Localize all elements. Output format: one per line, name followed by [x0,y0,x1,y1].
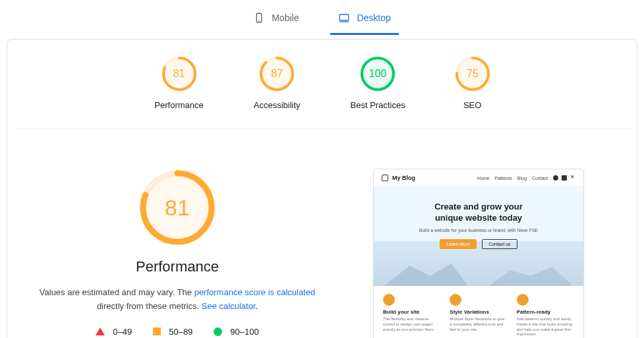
feature-icon [450,294,461,306]
site-screenshot-preview: My Blog Home Patterns Blog Contact Creat… [373,169,584,338]
gauge-ring: 81 [162,57,196,91]
tab-mobile[interactable]: Mobile [245,7,307,35]
feature-title: Style Variations [450,309,507,315]
triangle-icon [96,327,105,335]
score-gauges: 81 Performance 87 Accessibility 100 Best… [14,55,630,129]
preview-mountains-illustration [374,253,583,286]
preview-social-icons [553,175,575,181]
legend-bad: 0–49 [96,327,132,337]
preview-feature: Style VariationsMultiple Style Variation… [450,294,507,337]
report-card: 81 Performance 87 Accessibility 100 Best… [7,39,637,338]
gauge-ring: 87 [260,57,294,91]
feature-desc: Add patterns quickly and easily create a… [517,317,574,337]
performance-score-value: 81 [138,169,216,246]
performance-description: Values are estimated and may vary. The p… [39,286,316,314]
tab-label: Desktop [357,13,390,23]
gauge-accessibility[interactable]: 87 Accessibility [254,57,301,110]
desktop-icon [338,12,350,24]
legend-avg: 50–89 [153,327,192,337]
gauge-label: SEO [463,100,481,110]
preview-secondary-button: Contact us [482,239,517,249]
square-icon [153,327,161,335]
gauge-ring: 100 [361,57,395,91]
preview-features: Build your siteThe flexibility and creat… [374,286,583,338]
preview-feature: Build your siteThe flexibility and creat… [383,294,440,337]
preview-primary-button: Learn More [440,239,477,249]
preview-logo-icon [382,175,388,181]
preview-hero-subtitle: Build a website for your business or bra… [374,228,583,233]
circle-icon [214,327,222,336]
preview-feature: Pattern-readyAdd patterns quickly and ea… [517,294,574,337]
performance-title: Performance [136,258,219,275]
preview-nav: Home Patterns Blog Contact [477,175,575,181]
preview-cta-row: Learn More Contact us [374,239,583,249]
feature-title: Build your site [383,309,440,315]
feature-icon [517,294,529,306]
see-calculator-link[interactable]: See calculator [202,301,256,311]
gauge-label: Accessibility [254,100,301,110]
x-icon [570,175,575,181]
gauge-best-practices[interactable]: 100 Best Practices [351,57,405,110]
feature-title: Pattern-ready [517,309,574,315]
gauge-seo[interactable]: 75 SEO [455,57,490,110]
feature-icon [383,294,395,306]
gauge-label: Best Practices [351,100,405,110]
facebook-icon [553,175,558,181]
detail-section: 81 Performance Values are estimated and … [14,129,630,338]
feature-desc: Multiple Style Variations to give a comp… [450,317,507,332]
score-legend: 0–49 50–89 90–100 [96,327,258,337]
performance-gauge-large: 81 [138,169,216,246]
gauge-value: 75 [455,57,490,91]
preview-brand: My Blog [382,175,415,181]
gauge-value: 81 [162,57,196,91]
preview-hero: Create and grow yourunique website today… [374,187,583,286]
mobile-icon [253,12,265,24]
device-tabs: Mobile Desktop [0,0,644,35]
instagram-icon [562,175,567,181]
gauge-ring: 75 [455,57,490,91]
svg-rect-2 [340,14,349,20]
gauge-label: Performance [154,100,203,110]
gauge-value: 87 [260,57,294,91]
gauge-performance[interactable]: 81 Performance [154,57,203,110]
feature-desc: The flexibility and creative control to … [383,317,440,332]
tab-desktop[interactable]: Desktop [330,7,398,35]
legend-good: 90–100 [214,327,258,337]
preview-hero-title: Create and grow yourunique website today [374,202,583,224]
preview-header: My Blog Home Patterns Blog Contact [374,169,583,187]
score-calc-link[interactable]: performance score is calculated [194,287,316,297]
gauge-value: 100 [361,57,395,91]
tab-label: Mobile [272,13,299,23]
performance-detail: 81 Performance Values are estimated and … [32,169,322,337]
